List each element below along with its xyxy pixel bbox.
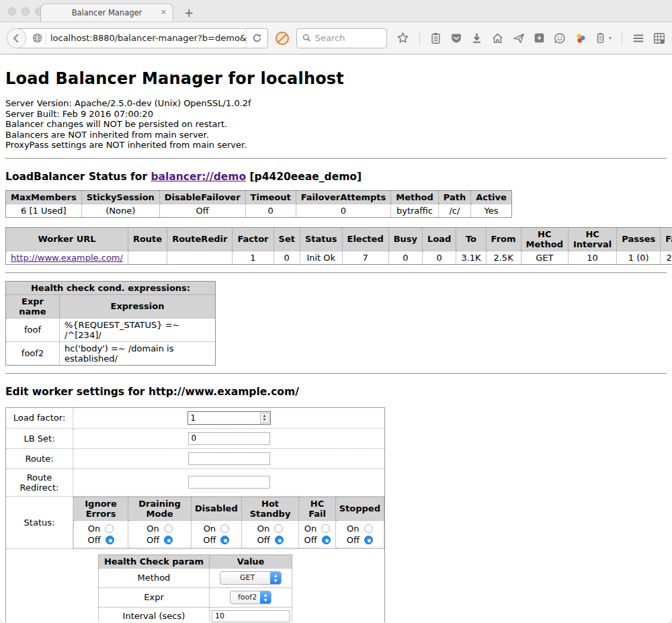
status-row: Status: Ignore Errors Draining Mode Disa… (6, 496, 385, 548)
page-content: Load Balancer Manager for localhost Serv… (0, 54, 672, 622)
interval-row: Interval (secs) (98, 607, 292, 622)
cell-hc-interval: 10 (568, 251, 616, 264)
col-disablefailover: DisableFailover (159, 190, 245, 204)
stopped-off-radio[interactable] (364, 536, 373, 544)
search-bar[interactable]: Search (296, 28, 387, 48)
on-label: On (347, 523, 359, 534)
disabled-options: On Off (192, 520, 242, 548)
off-label: Off (146, 534, 159, 546)
cell-active: Yes (471, 204, 512, 217)
col-hc-param: Health Check param (98, 554, 209, 568)
worker-url-link[interactable]: http://www.example.com/ (11, 253, 123, 263)
cell-stickysession: (None) (81, 204, 159, 217)
menu-icon[interactable] (632, 33, 644, 44)
col-status: Status (300, 227, 342, 251)
disabled-on-radio[interactable] (220, 524, 229, 533)
lb-set-input[interactable] (188, 432, 270, 445)
route-label: Route: (6, 448, 73, 468)
url-text[interactable]: localhost:8880/balancer-manager?b=demo&w… (50, 33, 246, 43)
expr-select[interactable]: foof2 ▲▼ (230, 591, 271, 604)
health-check-row: Health Check param Value Method GET ▲▼ (6, 548, 385, 622)
reload-button[interactable] (246, 29, 267, 48)
bookmark-star-icon[interactable] (396, 32, 409, 44)
home-icon[interactable] (491, 32, 504, 44)
grid-icon[interactable] (653, 32, 665, 44)
hot-standby-options: On Off (241, 520, 299, 548)
status-options-table: Ignore Errors Draining Mode Disabled Hot… (73, 497, 384, 548)
hc-fail-off-radio[interactable] (322, 536, 331, 544)
toolbar-buttons: ▾ (396, 31, 665, 46)
col-passes: Passes (617, 227, 661, 251)
battery-icon[interactable] (595, 32, 605, 44)
close-window-icon[interactable] (8, 7, 16, 15)
clipboard-icon[interactable] (430, 32, 442, 44)
cell-expr-name: foof (6, 318, 60, 341)
table-header-row: Worker URL Route RouteRedir Factor Set S… (6, 227, 672, 251)
cell-hc-method: GET (521, 251, 568, 264)
hot-standby-on-radio[interactable] (274, 524, 283, 533)
content-blocker-icon[interactable] (275, 31, 290, 46)
table-header-row: Expr name Expression (6, 294, 216, 318)
col-timeout: Timeout (245, 190, 296, 204)
cell-timeout: 0 (245, 204, 296, 217)
off-label: Off (347, 534, 360, 546)
load-factor-label: Load factor: (6, 407, 73, 428)
navigation-toolbar: localhost:8880/balancer-manager?b=demo&w… (0, 22, 672, 54)
cell-to: 3.1K (456, 251, 486, 264)
cell-set: 0 (274, 251, 300, 264)
hot-standby-off-radio[interactable] (275, 536, 284, 544)
url-bar[interactable]: localhost:8880/balancer-manager?b=demo&w… (15, 28, 268, 48)
heading-suffix: [p4420eeae_demo] (246, 171, 362, 183)
color-dots-icon[interactable] (575, 32, 587, 44)
draining-mode-on-radio[interactable] (164, 524, 173, 533)
load-factor-input-wrap: ▲▼ (187, 411, 271, 425)
off-label: Off (304, 534, 317, 546)
route-redirect-input[interactable] (188, 476, 270, 489)
stopped-options: On Off (335, 520, 384, 548)
expr-label: Expr (98, 587, 209, 607)
disabled-off-radio[interactable] (220, 536, 229, 544)
on-label: On (88, 523, 100, 534)
tab-close-icon[interactable]: ✕ (161, 8, 167, 17)
heading-prefix: LoadBalancer Status for (5, 171, 151, 183)
col-hc-method: HC Method (521, 227, 568, 251)
smiley-icon[interactable] (554, 32, 566, 44)
cell-maxmembers: 6 [1 Used] (6, 204, 82, 217)
on-label: On (257, 523, 269, 534)
cell-status: Init Ok (300, 251, 342, 264)
select-stepper-icon: ▲▼ (270, 571, 281, 585)
draining-mode-off-radio[interactable] (164, 536, 173, 544)
ignore-errors-off-radio[interactable] (106, 536, 114, 544)
stopped-on-radio[interactable] (364, 524, 373, 533)
download-box-icon[interactable] (534, 32, 545, 44)
minimize-window-icon[interactable] (22, 7, 30, 15)
number-spinner-icon[interactable]: ▲▼ (260, 413, 269, 423)
divider (5, 373, 667, 374)
pocket-icon[interactable] (450, 32, 462, 44)
cell-elected: 7 (342, 251, 388, 264)
search-icon (302, 34, 311, 42)
download-icon[interactable] (471, 32, 482, 44)
expr-row: foof %{REQUEST_STATUS} =~ /^[234]/ (6, 318, 216, 341)
browser-tab[interactable]: Balancer Manager ✕ (40, 3, 173, 22)
dropdown-caret-icon[interactable]: ▾ (609, 35, 612, 41)
route-row: Route: (6, 448, 385, 468)
cell-busy: 0 (388, 251, 422, 264)
expressions-table: Health check cond. expressions: Expr nam… (5, 281, 216, 366)
off-label: Off (203, 534, 216, 546)
back-button[interactable] (7, 28, 26, 48)
col-to: To (456, 227, 486, 251)
ignore-errors-on-radio[interactable] (105, 524, 114, 533)
cell-expression: %{REQUEST_STATUS} =~ /^[234]/ (60, 318, 216, 341)
send-icon[interactable] (513, 32, 525, 44)
hc-fail-on-radio[interactable] (321, 524, 330, 533)
interval-input[interactable] (212, 610, 290, 622)
route-input[interactable] (188, 452, 270, 465)
method-select[interactable]: GET ▲▼ (220, 571, 282, 585)
health-check-table: Health Check param Value Method GET ▲▼ (98, 554, 292, 623)
lb-set-row: LB Set: (6, 428, 385, 448)
expr-row: foof2 hc('body') =~ /domain is establish… (6, 341, 216, 365)
new-tab-button[interactable]: + (184, 7, 194, 19)
balancer-link[interactable]: balancer://demo (151, 171, 246, 183)
load-factor-input[interactable] (188, 413, 260, 423)
